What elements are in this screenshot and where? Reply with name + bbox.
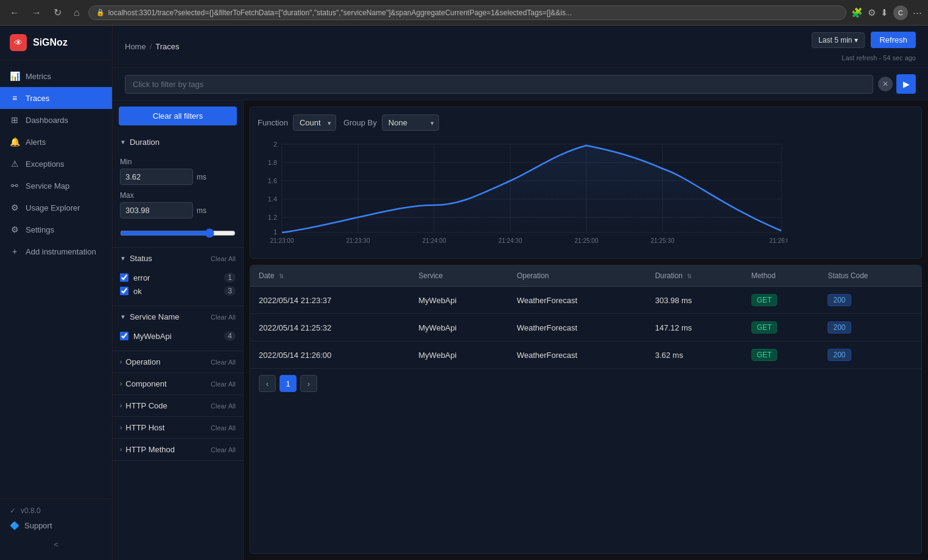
sidebar-item-service-map[interactable]: ⚯ Service Map: [0, 175, 112, 197]
date-column-header[interactable]: Date ⇅: [250, 265, 410, 287]
status-filter-items: error 1 ok 3: [113, 269, 243, 306]
svg-text:1.2: 1.2: [268, 214, 277, 221]
status-ok-checkbox[interactable]: [120, 287, 128, 295]
metrics-icon: 📊: [10, 71, 19, 81]
breadcrumb: Home / Traces: [125, 42, 180, 51]
sidebar-collapse-button[interactable]: <: [10, 536, 102, 553]
http-host-clear-all-link[interactable]: Clear All: [211, 424, 236, 432]
svg-text:1.6: 1.6: [268, 177, 277, 184]
sidebar-item-label: Dashboards: [26, 116, 68, 125]
duration-section-header[interactable]: ▼ Duration: [113, 131, 243, 153]
http-code-chevron-icon: ›: [120, 402, 122, 409]
page-1-button[interactable]: 1: [279, 375, 297, 392]
status-section-title: ▼ Status: [120, 254, 152, 263]
back-button[interactable]: ←: [6, 6, 23, 19]
min-duration-input[interactable]: [120, 169, 193, 185]
svg-text:1.4: 1.4: [268, 195, 277, 203]
next-page-button[interactable]: ›: [300, 375, 317, 392]
max-input-row: ms: [120, 202, 236, 219]
http-method-section-header[interactable]: › HTTP Method Clear All: [113, 439, 243, 460]
sidebar-item-usage-explorer[interactable]: ⚙ Usage Explorer: [0, 197, 112, 219]
settings-icon: ⚙: [10, 225, 19, 234]
sidebar-item-exceptions[interactable]: ⚠ Exceptions: [0, 153, 112, 175]
usage-explorer-icon: ⚙: [10, 203, 19, 212]
max-duration-input[interactable]: [120, 202, 193, 219]
content-area: Clear all filters ▼ Duration Min ms: [113, 100, 928, 560]
operation-section-header[interactable]: › Operation Clear All: [113, 351, 243, 373]
sidebar-item-dashboards[interactable]: ⊞ Dashboards: [0, 109, 112, 131]
sidebar-item-metrics[interactable]: 📊 Metrics: [0, 65, 112, 87]
status-error-checkbox[interactable]: [120, 273, 128, 282]
method-column-header: Method: [743, 265, 820, 287]
sidebar-item-settings[interactable]: ⚙ Settings: [0, 219, 112, 240]
http-method-clear-all-link[interactable]: Clear All: [211, 446, 236, 453]
http-method-chevron-icon: ›: [120, 446, 122, 453]
group-by-select[interactable]: None Service Operation: [382, 114, 439, 131]
http-code-filter-section: › HTTP Code Clear All: [113, 395, 243, 417]
exceptions-icon: ⚠: [10, 159, 19, 169]
service-name-clear-all-link[interactable]: Clear All: [211, 313, 236, 321]
extensions-icon[interactable]: 🧩: [851, 7, 863, 18]
duration-section-title: ▼ Duration: [120, 138, 160, 147]
row-1-status-code: 200: [819, 314, 921, 341]
sidebar-support[interactable]: 🔷 Support: [10, 521, 102, 530]
svg-text:21:24:30: 21:24:30: [499, 237, 522, 244]
svg-text:21:24:00: 21:24:00: [423, 237, 446, 244]
address-text: localhost:3301/trace?selected={}&filterT…: [108, 9, 838, 17]
sidebar-item-label: Settings: [26, 225, 54, 234]
clear-all-filters-button[interactable]: Clear all filters: [119, 107, 237, 125]
status-chevron-icon: ▼: [120, 255, 126, 262]
top-bar-controls: Last 5 min ▾ Refresh: [812, 32, 916, 48]
chart-svg-container: 2 1.8 1.6 1.4 1.2 1 21:23:00 21:23:30 21…: [258, 138, 914, 251]
tag-filter-input[interactable]: Click to filter by tags: [125, 75, 873, 94]
breadcrumb-separator: /: [150, 42, 152, 51]
status-ok-left: ok: [120, 287, 142, 296]
row-0-date: 2022/05/14 21:23:37: [250, 287, 410, 314]
http-code-section-header[interactable]: › HTTP Code Clear All: [113, 395, 243, 416]
status-filter-section: ▼ Status Clear All error 1: [113, 248, 243, 306]
prev-page-button[interactable]: ‹: [259, 375, 276, 392]
svg-text:21:23:00: 21:23:00: [270, 237, 294, 244]
max-label: Max: [120, 191, 236, 200]
home-button[interactable]: ⌂: [70, 6, 83, 19]
table-row[interactable]: 2022/05/14 21:23:37 MyWebApi WeatherFore…: [250, 287, 921, 314]
group-by-label: Group By: [343, 118, 377, 127]
duration-column-header[interactable]: Duration ⇅: [647, 265, 743, 287]
tag-clear-button[interactable]: ✕: [878, 77, 893, 91]
refresh-button[interactable]: Refresh: [871, 32, 916, 48]
service-mywebapi-checkbox[interactable]: [120, 332, 128, 340]
sidebar-item-alerts[interactable]: 🔔 Alerts: [0, 131, 112, 153]
table-row[interactable]: 2022/05/14 21:25:32 MyWebApi WeatherFore…: [250, 314, 921, 341]
status-clear-all-link[interactable]: Clear All: [211, 255, 236, 262]
http-code-clear-all-link[interactable]: Clear All: [211, 402, 236, 410]
row-2-operation: WeatherForecast: [508, 341, 647, 369]
component-section-header[interactable]: › Component Clear All: [113, 373, 243, 394]
duration-range-slider[interactable]: [120, 228, 236, 238]
address-bar[interactable]: 🔒 localhost:3301/trace?selected={}&filte…: [88, 5, 846, 20]
browser-toolbar: 🧩 ⚙ ⬇ C ⋯: [851, 5, 922, 20]
service-name-section-header[interactable]: ▼ Service Name Clear All: [113, 306, 243, 327]
table-row[interactable]: 2022/05/14 21:26:00 MyWebApi WeatherFore…: [250, 341, 921, 369]
status-section-header[interactable]: ▼ Status Clear All: [113, 248, 243, 269]
row-0-service: MyWebApi: [410, 287, 508, 314]
chart-area: Function Count Sum Avg Group By: [250, 107, 922, 259]
http-host-section-header[interactable]: › HTTP Host Clear All: [113, 417, 243, 438]
component-filter-section: › Component Clear All: [113, 373, 243, 395]
sidebar-item-traces[interactable]: ≡ Traces: [0, 87, 112, 109]
duration-chevron-icon: ▼: [120, 139, 126, 145]
function-select[interactable]: Count Sum Avg: [293, 114, 336, 131]
time-range-select[interactable]: Last 5 min ▾: [812, 32, 865, 48]
sidebar-item-add-instrumentation[interactable]: + Add instrumentation: [0, 240, 112, 262]
avatar[interactable]: C: [893, 5, 908, 20]
download-icon[interactable]: ⬇: [881, 7, 888, 18]
tag-run-button[interactable]: ▶: [896, 74, 916, 94]
breadcrumb-home[interactable]: Home: [125, 42, 146, 51]
settings-icon[interactable]: ⚙: [868, 7, 876, 18]
reload-button[interactable]: ↻: [50, 5, 65, 19]
operation-clear-all-link[interactable]: Clear All: [211, 359, 236, 366]
http-host-filter-section: › HTTP Host Clear All: [113, 417, 243, 439]
menu-icon[interactable]: ⋯: [913, 7, 922, 18]
http-method-filter-section: › HTTP Method Clear All: [113, 439, 243, 461]
component-clear-all-link[interactable]: Clear All: [211, 380, 236, 388]
forward-button[interactable]: →: [28, 6, 45, 19]
